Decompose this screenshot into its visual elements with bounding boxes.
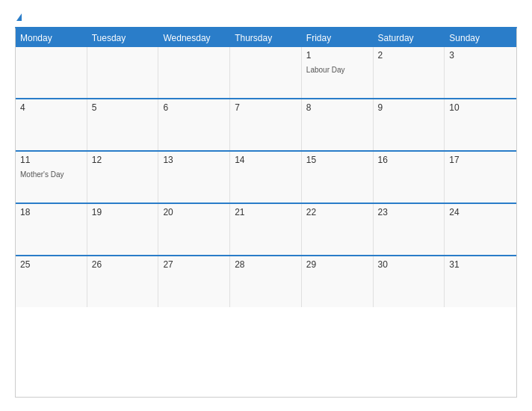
cal-cell: 30: [374, 256, 445, 307]
cal-cell: 31: [445, 256, 516, 307]
day-number: 11: [20, 155, 82, 165]
header-day-thursday: Thursday: [230, 29, 302, 47]
cal-cell: 26: [87, 256, 159, 307]
day-number: 9: [378, 102, 440, 113]
cal-cell: 21: [230, 204, 302, 255]
day-number: 2: [378, 50, 440, 61]
day-number: 8: [306, 102, 368, 113]
top-bar: [15, 13, 517, 21]
cal-cell: 15: [302, 152, 374, 203]
day-number: 19: [92, 207, 154, 217]
week-row-3: 18192021222324: [16, 203, 516, 255]
cal-cell: 24: [445, 204, 516, 255]
calendar-header: MondayTuesdayWednesdayThursdayFridaySatu…: [16, 29, 516, 47]
logo-triangle-icon: [16, 13, 22, 21]
cal-cell: [87, 47, 159, 98]
day-number: 21: [235, 207, 297, 217]
cal-cell: 19: [87, 204, 159, 255]
cal-cell: 5: [87, 99, 159, 150]
cal-cell: 8: [302, 99, 374, 150]
day-event: Labour Day: [306, 66, 345, 74]
day-number: 24: [449, 207, 512, 217]
header-day-sunday: Sunday: [445, 29, 516, 47]
cal-cell: [230, 47, 302, 98]
day-number: 4: [20, 102, 82, 113]
cal-cell: 6: [158, 99, 230, 150]
day-number: 23: [378, 207, 440, 217]
day-number: 3: [449, 50, 512, 61]
header-day-monday: Monday: [16, 29, 87, 47]
cal-cell: 27: [158, 256, 230, 307]
cal-cell: 2: [374, 47, 445, 98]
day-number: 30: [378, 259, 440, 270]
page: MondayTuesdayWednesdayThursdayFridaySatu…: [0, 0, 532, 411]
day-number: 12: [92, 155, 154, 165]
cal-cell: 20: [158, 204, 230, 255]
day-number: 26: [92, 259, 154, 270]
calendar-body: 1Labour Day234567891011Mother's Day12131…: [16, 47, 516, 307]
cal-cell: 7: [230, 99, 302, 150]
day-number: 22: [306, 207, 368, 217]
cal-cell: 1Labour Day: [302, 47, 374, 98]
day-number: 27: [163, 259, 225, 270]
cal-cell: 17: [445, 152, 516, 203]
cal-cell: 12: [87, 152, 159, 203]
header-day-saturday: Saturday: [374, 29, 445, 47]
day-number: 28: [235, 259, 297, 270]
cal-cell: 9: [374, 99, 445, 150]
day-number: 10: [449, 102, 512, 113]
day-number: 15: [306, 155, 368, 165]
cal-cell: 14: [230, 152, 302, 203]
day-number: 16: [378, 155, 440, 165]
cal-cell: 11Mother's Day: [16, 152, 87, 203]
cal-cell: [158, 47, 230, 98]
day-number: 6: [163, 102, 225, 113]
cal-cell: 13: [158, 152, 230, 203]
cal-cell: 10: [445, 99, 516, 150]
day-number: 31: [449, 259, 512, 270]
day-number: 7: [235, 102, 297, 113]
day-number: 25: [20, 259, 82, 270]
calendar: MondayTuesdayWednesdayThursdayFridaySatu…: [15, 27, 517, 398]
cal-cell: 29: [302, 256, 374, 307]
day-number: 20: [163, 207, 225, 217]
logo: [15, 13, 22, 21]
day-number: 29: [306, 259, 368, 270]
day-number: 17: [449, 155, 512, 165]
cal-cell: 4: [16, 99, 87, 150]
cal-cell: [16, 47, 87, 98]
day-number: 13: [163, 155, 225, 165]
day-number: 14: [235, 155, 297, 165]
day-number: 5: [92, 102, 154, 113]
cal-cell: 18: [16, 204, 87, 255]
cal-cell: 3: [445, 47, 516, 98]
cal-cell: 25: [16, 256, 87, 307]
cal-cell: 22: [302, 204, 374, 255]
header-day-tuesday: Tuesday: [87, 29, 159, 47]
day-number: 1: [306, 50, 368, 61]
header-day-friday: Friday: [302, 29, 374, 47]
cal-cell: 28: [230, 256, 302, 307]
day-event: Mother's Day: [20, 170, 64, 179]
day-number: 18: [20, 207, 82, 217]
week-row-1: 45678910: [16, 98, 516, 150]
cal-cell: 16: [374, 152, 445, 203]
cal-cell: 23: [374, 204, 445, 255]
week-row-0: 1Labour Day23: [16, 47, 516, 98]
week-row-4: 25262728293031: [16, 255, 516, 307]
week-row-2: 11Mother's Day121314151617: [16, 150, 516, 203]
header-day-wednesday: Wednesday: [158, 29, 230, 47]
